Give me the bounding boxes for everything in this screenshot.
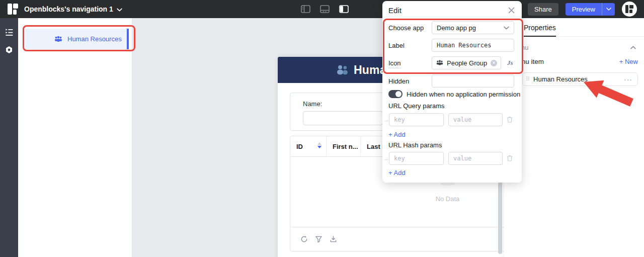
app-title: Openblocks's navigation 1 [24,5,113,13]
query-params-label: URL Query params [388,102,445,110]
delete-param-icon[interactable] [506,154,513,162]
hash-key-input[interactable] [389,152,444,165]
left-rail [0,18,18,257]
hidden-input[interactable] [432,74,514,88]
app-title-dropdown[interactable]: Openblocks's navigation 1 [24,0,122,18]
hidden-field-label: Hidden [388,77,432,85]
share-button[interactable]: Share [528,3,558,16]
panel-tabs: Properties [504,18,644,37]
people-group-icon [436,60,444,66]
menu-item-row: Menu item + New [512,56,638,66]
permission-toggle-label: Hidden when no application permission [407,91,520,98]
topbar-actions: Share Preview [528,0,637,18]
user-avatar[interactable] [622,2,637,17]
edit-popover: Edit Choose app Demo app pg Label Icon P… [382,1,522,183]
panel-toggles [300,0,349,18]
toggle-right-panel-icon[interactable] [338,4,349,15]
app-window: Openblocks's navigation 1 Share Preview [0,0,644,257]
query-value-input[interactable] [448,113,503,126]
name-field-label: Name: [303,100,383,108]
preview-dropdown-button[interactable] [602,3,615,16]
delete-param-icon[interactable] [506,116,513,123]
choose-app-label: Choose app [388,24,432,32]
navigation-menu-panel: Human Resources [18,18,132,257]
tab-properties[interactable]: Properties [524,18,556,37]
new-menu-item-button[interactable]: + New [619,58,638,65]
query-key-input[interactable] [389,113,444,126]
choose-app-select[interactable]: Demo app pg [432,21,514,34]
nav-menu-item-label: Human Resources [67,35,122,43]
drag-handle-icon[interactable]: ⠿ [526,76,529,82]
more-options-icon[interactable]: ··· [624,75,632,83]
column-header[interactable]: First n... [327,136,361,156]
icon-picker[interactable]: People Group ✕ [432,56,501,69]
top-bar: Openblocks's navigation 1 Share Preview [0,0,644,18]
icon-value: People Group [447,59,487,67]
properties-panel: Properties Menu Menu item + New ⠿ Human … [504,18,644,257]
add-hash-param-link[interactable]: + Add [388,169,406,177]
menu-section-header[interactable]: Menu [512,42,636,52]
permission-toggle[interactable] [388,90,403,98]
chevron-down-icon [504,26,509,30]
people-group-icon [335,64,349,75]
nav-structure-icon[interactable] [4,26,15,37]
add-query-param-link[interactable]: + Add [388,131,406,138]
toggle-left-panel-icon[interactable] [300,4,311,15]
popover-title: Edit [388,6,401,15]
name-input[interactable] [303,111,383,125]
icon-field-label: Icon [388,59,432,67]
settings-hexagon-icon[interactable] [4,44,15,55]
label-field-label: Label [388,42,432,49]
preview-button[interactable]: Preview [566,3,602,16]
filter-icon[interactable] [314,235,323,244]
active-tab-underline [524,36,556,37]
preview-button-group: Preview [566,3,615,16]
js-toggle-icon[interactable]: Js [507,59,513,67]
people-group-icon [54,36,63,43]
close-icon[interactable] [508,7,515,14]
menu-item-human-resources[interactable]: ⠿ Human Resources ··· [522,72,638,86]
refresh-icon[interactable] [299,235,308,244]
label-input[interactable] [432,39,514,52]
avatar-logo-icon [625,5,633,13]
hash-value-input[interactable] [448,152,503,165]
active-indicator-bar [127,29,129,49]
chevron-down-icon [606,8,611,11]
clear-icon[interactable]: ✕ [491,60,497,66]
toggle-bottom-panel-icon[interactable] [319,4,330,15]
hash-params-label: URL Hash params [388,141,442,149]
collapse-chevron-icon[interactable] [630,46,636,49]
sort-icon[interactable] [317,142,321,148]
chevron-down-icon [117,8,122,12]
choose-app-value: Demo app pg [437,24,476,32]
menu-item-name: Human Resources [533,75,588,83]
openblocks-logo-icon[interactable] [7,3,19,15]
download-icon[interactable] [329,235,338,244]
column-header-id[interactable]: ID [290,136,327,156]
nav-menu-item-human-resources[interactable]: Human Resources [24,29,129,49]
